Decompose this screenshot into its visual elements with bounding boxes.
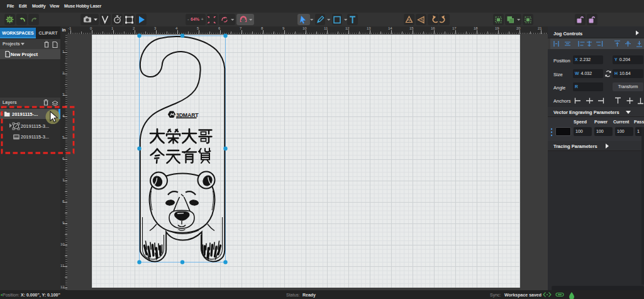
svg-text:3DMART: 3DMART bbox=[176, 112, 199, 118]
